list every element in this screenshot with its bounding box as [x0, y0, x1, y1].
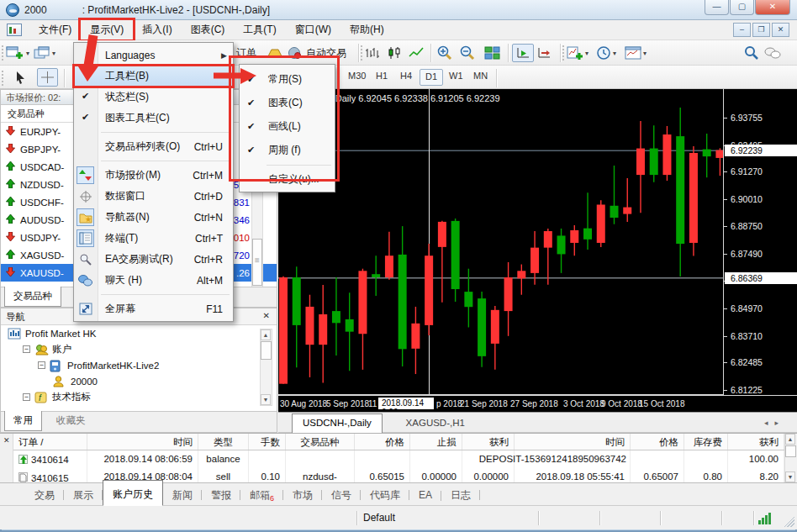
navigator-scrollbar[interactable]: ▲ ▼	[260, 329, 272, 406]
column-header-7[interactable]: 获利	[462, 434, 515, 450]
cursor-button[interactable]	[13, 68, 27, 87]
terminal-tab-警报[interactable]: 警报	[202, 484, 240, 506]
submenu-item-周期f[interactable]: ✔周期 (f)	[240, 138, 335, 161]
terminal-tab-交易[interactable]: 交易	[25, 484, 64, 506]
chart-shift-button[interactable]	[536, 44, 552, 62]
tree-item-账户[interactable]: −账户	[1, 341, 277, 357]
column-header-10[interactable]: 库存费	[684, 434, 728, 450]
timeframe-D1[interactable]: D1	[420, 69, 443, 86]
crosshair-button[interactable]	[37, 68, 58, 87]
terminal-tab-账户历史[interactable]: 账户历史	[103, 480, 163, 506]
tab-symbols[interactable]: 交易品种	[4, 287, 61, 307]
timeframe-W1[interactable]: W1	[444, 69, 468, 86]
market-button[interactable]	[267, 44, 282, 62]
view-menu-item-终端T[interactable]: 终端(T)Ctrl+T	[74, 228, 233, 249]
view-menu-item-市场报价M[interactable]: 市场报价(M)Ctrl+M	[74, 165, 233, 186]
submenu-item-图表C[interactable]: ✔图表(C)	[240, 91, 335, 114]
submenu-item-画线L[interactable]: ✔画线(L)	[240, 114, 335, 138]
terminal-tab-新闻[interactable]: 新闻	[163, 484, 202, 506]
terminal-tab-日志[interactable]: 日志	[441, 484, 480, 506]
dropdown-caret-icon[interactable]: ▾	[613, 50, 616, 57]
view-menu-item-工具栏B[interactable]: 工具栏(B)	[74, 66, 233, 87]
scrollbar-thumb[interactable]	[261, 341, 272, 360]
menubar-item-插入I[interactable]: 插入(I)	[133, 20, 181, 40]
column-header-3[interactable]: 手数	[249, 434, 286, 450]
view-menu-item-状态栏S[interactable]: ✔状态栏(S)	[74, 87, 233, 108]
timeframe-H4[interactable]: H4	[395, 69, 417, 86]
column-header-8[interactable]: 时间	[515, 434, 631, 450]
menubar-item-文件F[interactable]: 文件(F)	[29, 20, 81, 40]
indicators-button[interactable]: ▾	[567, 44, 589, 62]
new-order-button[interactable]: 订单	[236, 44, 256, 62]
terminal-tab-展示[interactable]: 展示	[64, 484, 103, 506]
scroll-down-icon[interactable]: ▼	[261, 394, 271, 405]
templates-button[interactable]: ▾	[625, 44, 647, 62]
view-menu-item-聊天H[interactable]: 聊天 (H)Alt+M	[74, 270, 233, 291]
column-header-4[interactable]: 交易品种	[286, 434, 355, 450]
dropdown-caret-icon[interactable]: ▾	[52, 50, 55, 57]
minimize-button[interactable]: —	[705, 0, 729, 15]
auto-scroll-button[interactable]	[512, 44, 534, 62]
menubar-item-工具T[interactable]: 工具(T)	[234, 20, 285, 40]
table-row[interactable]: 34106142018.09.14 08:06:59balanceDEPOSIT…	[13, 450, 784, 468]
scroll-up-icon[interactable]: ▲	[261, 329, 271, 340]
timeframe-M30[interactable]: M30	[343, 69, 371, 86]
scroll-down-icon[interactable]: ▼	[785, 471, 795, 482]
child-restore-button[interactable]: ❐	[752, 23, 770, 37]
zoom-in-button[interactable]	[436, 44, 452, 62]
view-menu-item-全屏幕[interactable]: 全屏幕F11	[74, 298, 233, 319]
tree-item-技术指标[interactable]: −f技术指标	[1, 389, 277, 405]
view-menu-item-图表工具栏C[interactable]: ✔图表工具栏(C)	[74, 108, 233, 129]
submenu-item-常用S[interactable]: ✔常用(S)	[240, 67, 335, 91]
column-header-1[interactable]: 时间	[87, 434, 198, 450]
column-header-6[interactable]: 止损	[410, 434, 462, 450]
profiles-button[interactable]: ▾	[34, 44, 55, 62]
new-chart-button[interactable]: ▾	[6, 44, 29, 62]
bar-chart-button[interactable]	[365, 44, 380, 62]
candlestick-chart-button[interactable]	[387, 44, 402, 62]
chart-tab-XAGUSD--H1[interactable]: XAGUSD-,H1	[396, 414, 475, 434]
submenu-item-自定义u[interactable]: 自定义(u)...	[240, 169, 335, 189]
view-menu-item-EA交易测试R[interactable]: EA交易测试(R)Ctrl+R	[74, 249, 233, 270]
menubar-item-窗口W[interactable]: 窗口(W)	[286, 20, 340, 40]
menubar-item-显示V[interactable]: 显示(V)	[81, 20, 133, 40]
chart-window[interactable]: USDCNH-,Daily 6.92045 6.92338 6.91205 6.…	[278, 89, 797, 412]
price-axis[interactable]: 6.937556.924956.912706.900106.887506.874…	[723, 89, 797, 412]
chart-plot-area[interactable]: USDCNH-,Daily 6.92045 6.92338 6.91205 6.…	[278, 89, 723, 412]
navigator-tab-收藏夹[interactable]: 收藏夹	[48, 411, 94, 431]
child-minimize-button[interactable]: –	[733, 23, 751, 37]
scrollbar-thumb[interactable]	[785, 445, 796, 457]
time-axis[interactable]: 30 Aug 20185 Sep 201811p 201821 Sep 2018…	[278, 395, 797, 412]
tree-expander-icon[interactable]: −	[23, 393, 30, 401]
scroll-up-icon[interactable]: ▲	[785, 434, 795, 445]
terminal-tab-代码库[interactable]: 代码库	[361, 484, 409, 506]
periods-button[interactable]: ▾	[596, 44, 616, 62]
autotrade-button[interactable]: 自动交易	[288, 44, 346, 62]
view-menu-item-导航器N[interactable]: ★导航器(N)Ctrl+N	[74, 207, 233, 228]
view-menu-item-Languages[interactable]: Languages▶	[74, 45, 233, 66]
terminal-tab-EA[interactable]: EA	[409, 485, 441, 504]
chart-tab-USDCNH--Daily[interactable]: USDCNH-,Daily	[292, 413, 383, 433]
dropdown-caret-icon[interactable]: ▾	[26, 50, 29, 57]
profile-name[interactable]: Default	[363, 512, 395, 524]
column-header-2[interactable]: 类型	[198, 434, 249, 450]
view-menu-item-数据窗口[interactable]: 数据窗口Ctrl+D	[74, 186, 233, 207]
navigator-tab-常用[interactable]: 常用	[4, 411, 42, 431]
chart-tab-scroll-arrows[interactable]: ◂▸	[764, 419, 785, 427]
view-menu-item-交易品种列表O[interactable]: 交易品种列表(O)Ctrl+U	[74, 136, 233, 157]
zoom-out-button[interactable]	[459, 44, 475, 62]
timeframe-MN[interactable]: MN	[468, 69, 493, 86]
child-close-button[interactable]: ✕	[772, 23, 789, 37]
menubar-item-帮助H[interactable]: 帮助(H)	[340, 20, 393, 40]
dropdown-caret-icon[interactable]: ▾	[643, 50, 647, 57]
restore-button[interactable]: ▢	[730, 0, 754, 15]
tile-windows-button[interactable]	[484, 44, 500, 62]
column-header-9[interactable]: 价格	[631, 434, 684, 450]
line-chart-button[interactable]	[409, 44, 424, 62]
terminal-tab-信号[interactable]: 信号	[322, 484, 361, 506]
close-button[interactable]: ✕	[755, 0, 790, 15]
tree-expander-icon[interactable]: −	[38, 361, 45, 369]
close-icon[interactable]: ✕	[3, 436, 10, 445]
terminal-tab-邮箱[interactable]: 邮箱6	[240, 484, 283, 506]
tree-item-20000[interactable]: 20000	[1, 373, 277, 389]
